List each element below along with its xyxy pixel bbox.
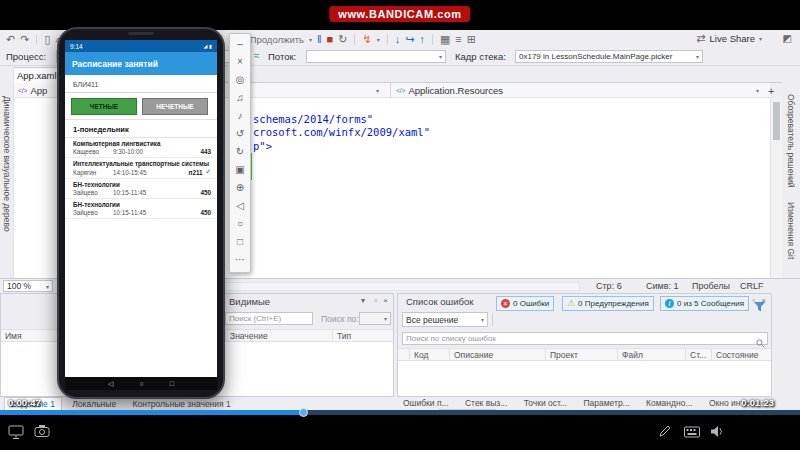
home-icon[interactable]: ○	[230, 215, 250, 233]
android-back-icon[interactable]: ◁	[108, 380, 113, 388]
rotate-left-icon[interactable]: ↺	[230, 125, 250, 143]
column-code[interactable]: Код	[410, 349, 450, 360]
camera-icon[interactable]	[34, 424, 50, 442]
volume-down-icon[interactable]: ♪	[230, 107, 250, 125]
screenshot-icon[interactable]: ▣	[230, 161, 250, 179]
error-grid-body[interactable]	[398, 361, 771, 396]
lesson-subject: БН-технологии	[73, 201, 211, 208]
close-icon[interactable]: ×	[383, 296, 388, 305]
error-search-input[interactable]	[402, 332, 768, 345]
tab-locals[interactable]: Локальные	[66, 398, 122, 410]
minimize-icon[interactable]: –	[230, 35, 250, 53]
pin-icon[interactable]: ▫	[374, 296, 377, 305]
lesson-item[interactable]: Компьютерная лингвистика Кащеево 9:30-10…	[65, 138, 217, 158]
lesson-subject: Компьютерная лингвистика	[73, 140, 211, 147]
toolbox-icon[interactable]: ▦	[440, 34, 450, 45]
thread-combobox[interactable]: ▾	[306, 50, 446, 63]
stop-icon[interactable]: ■	[327, 34, 334, 45]
column-suppression[interactable]: Состояние п...	[712, 349, 771, 360]
tab-parameters[interactable]: Параметр...	[577, 397, 635, 409]
navigate-back-icon[interactable]: ↶	[6, 34, 15, 45]
android-home-icon[interactable]: ○	[139, 380, 143, 387]
column-type[interactable]: Тип	[333, 330, 393, 341]
chevron-down-icon[interactable]: ▾	[377, 36, 380, 43]
volume-icon[interactable]	[710, 424, 724, 442]
filter-icon[interactable]	[754, 298, 765, 316]
lesson-item[interactable]: Интеллектуальные транспортные системы Ка…	[65, 158, 217, 179]
zoom-combobox[interactable]: 100 % ▾	[3, 280, 53, 292]
even-week-button[interactable]: ЧЕТНЫЕ	[71, 98, 137, 115]
odd-week-button[interactable]: НЕЧЕТНЫЕ	[142, 98, 208, 115]
tab-breakpoints[interactable]: Точки ост...	[518, 397, 573, 409]
threads-icon[interactable]: ≈	[254, 51, 260, 61]
zoom-icon[interactable]: ⊕	[230, 179, 250, 197]
errors-filter-button[interactable]: × 0 Ошибки	[496, 296, 554, 311]
overview-icon[interactable]: □	[230, 233, 250, 251]
element-breadcrumb[interactable]: </> Application.Resources	[396, 85, 503, 96]
tab-call-stack[interactable]: Стек выз...	[459, 397, 513, 409]
step-out-icon[interactable]: ↑	[419, 34, 425, 45]
file-breadcrumb[interactable]: </> App	[18, 85, 47, 96]
tab-command-window[interactable]: Командно...	[640, 397, 698, 409]
column-value[interactable]: Значение	[226, 330, 333, 341]
window-position-icon[interactable]: ▾	[361, 296, 365, 305]
close-icon[interactable]: ×	[230, 53, 250, 71]
column-line[interactable]: Ст...	[686, 349, 712, 360]
android-overview-icon[interactable]: □	[170, 380, 174, 387]
progress-knob[interactable]	[299, 408, 308, 417]
code-line-2: schemas/2014/forms"	[253, 113, 373, 125]
lesson-item[interactable]: БН-технологии Зайцево 10:15-11:45 450	[65, 199, 217, 219]
step-into-icon[interactable]: ↓	[395, 34, 401, 45]
git-changes-vtab[interactable]: Изменения Git	[786, 202, 796, 259]
zoom-value: 100 %	[7, 281, 31, 291]
stack-frame-combobox[interactable]: 0x179 in LessonSchedule.MainPage.picker …	[515, 50, 703, 63]
pencil-icon[interactable]	[658, 424, 672, 442]
android-navbar: ◁ ○ □	[65, 377, 217, 390]
window-icon[interactable]: ⊞	[467, 34, 476, 45]
new-file-icon[interactable]: ▯	[44, 34, 50, 45]
tab-validation-errors[interactable]: Ошибки п...	[397, 397, 455, 409]
chevron-down-icon[interactable]: ▾	[756, 87, 759, 94]
volume-up-icon[interactable]: ♫	[230, 89, 250, 107]
rotate-right-icon[interactable]: ↻	[230, 143, 250, 161]
info-icon: i	[665, 299, 674, 308]
display-icon[interactable]	[8, 424, 24, 444]
group-picker[interactable]: БЛИ411	[65, 75, 217, 93]
solution-explorer-vtab[interactable]: Обозреватель решений	[786, 94, 796, 188]
emulator-toolbar: – × ◎ ♫ ♪ ↺ ↻ ▣ ⊕ ◁ ○ □ ⋯	[229, 33, 251, 273]
warnings-filter-button[interactable]: ⚠ 0 Предупреждения	[562, 296, 654, 311]
scrollbar-thumb[interactable]	[773, 102, 780, 140]
playback-progress-bar[interactable]	[0, 410, 800, 415]
separator	[354, 34, 355, 45]
hot-reload-icon[interactable]: ↯	[362, 34, 371, 45]
continue-button[interactable]: Продолжить	[250, 34, 304, 45]
window-layout-icon[interactable]: ◩	[783, 34, 792, 44]
back-icon[interactable]: ◁	[230, 197, 250, 215]
plus-icon[interactable]: +	[768, 85, 774, 97]
column-description[interactable]: Описание	[450, 349, 546, 360]
messages-filter-button[interactable]: i 0 из 5 Сообщения	[660, 296, 749, 311]
status-spaces[interactable]: Пробелы	[692, 281, 730, 291]
pause-icon[interactable]: ‖	[317, 34, 322, 45]
step-over-icon[interactable]: ↪	[405, 34, 414, 45]
autos-search-input[interactable]	[225, 312, 313, 325]
column-file[interactable]: Файл	[618, 349, 686, 360]
search-depth-combobox[interactable]: ▾	[359, 312, 391, 325]
chevron-down-icon[interactable]: ▾	[376, 87, 379, 94]
process-label: Процесс:	[6, 51, 46, 62]
live-visual-tree-vtab[interactable]: Динамическое визуальное дерево	[2, 96, 12, 232]
more-icon[interactable]: ⋯	[230, 251, 250, 269]
status-eol[interactable]: CRLF	[740, 281, 764, 291]
column-project[interactable]: Проект	[546, 349, 618, 360]
restart-icon[interactable]: ↻	[338, 34, 347, 45]
list-icon[interactable]: ≡	[455, 34, 461, 45]
live-share-button[interactable]: ⇄ Live Share ▾	[696, 33, 762, 44]
power-icon[interactable]: ◎	[230, 71, 250, 89]
navigate-forward-icon[interactable]: ↷	[20, 34, 29, 45]
keyboard-icon[interactable]	[684, 424, 700, 442]
lesson-item[interactable]: БН-технологии Зайцево 10:15-11:45 450	[65, 179, 217, 199]
editor-vertical-scrollbar[interactable]	[770, 98, 782, 278]
chevron-down-icon[interactable]: ▾	[309, 36, 312, 43]
tab-watch[interactable]: Контрольные значения 1	[127, 398, 237, 410]
error-scope-combobox[interactable]: Все решение ▾	[402, 312, 488, 327]
